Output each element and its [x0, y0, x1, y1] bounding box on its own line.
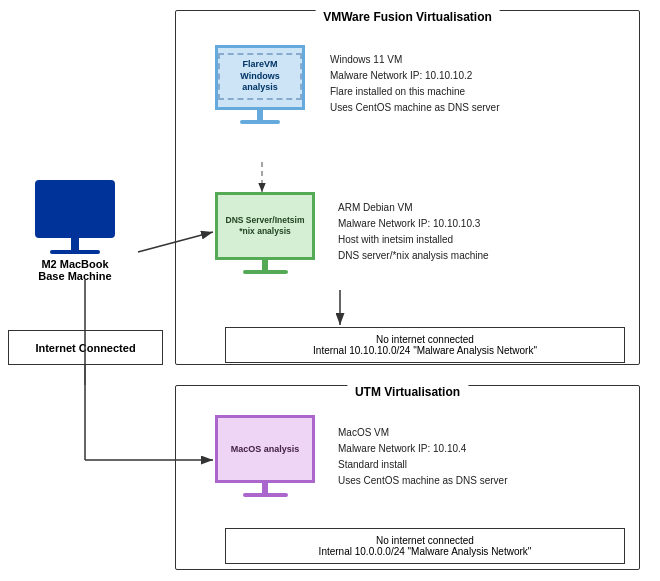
- macos-stand-assembly: [215, 483, 315, 497]
- macbook-container: M2 MacBookBase Machine: [15, 180, 135, 282]
- dns-screen-label: DNS Server/Inetsim *nix analysis: [226, 215, 305, 237]
- dns-info: ARM Debian VM Malware Network IP: 10.10.…: [338, 200, 489, 264]
- dns-base: [243, 270, 288, 274]
- dns-info-line1: ARM Debian VM: [338, 200, 489, 216]
- dns-stand: [262, 260, 268, 270]
- macos-vm-container: MacOS analysis: [215, 415, 315, 497]
- flare-dashed-border: FlareVM Windows analysis: [218, 53, 302, 100]
- macbook-monitor: [35, 180, 115, 254]
- macbook-label: M2 MacBookBase Machine: [38, 258, 111, 282]
- internet-connected-label: Internet Connected: [35, 342, 135, 354]
- macos-screen: MacOS analysis: [215, 415, 315, 483]
- vmware-network-line1: No internet connected: [313, 334, 537, 345]
- dns-info-line3: Host with inetsim installed: [338, 232, 489, 248]
- dns-info-line2: Malware Network IP: 10.10.10.3: [338, 216, 489, 232]
- flare-info-line4: Uses CentOS machine as DNS server: [330, 100, 500, 116]
- macbook-base: [50, 250, 100, 254]
- macos-info: MacOS VM Malware Network IP: 10.10.4 Sta…: [338, 425, 508, 489]
- macos-info-line1: MacOS VM: [338, 425, 508, 441]
- macos-info-line3: Standard install: [338, 457, 508, 473]
- vmware-label: VMWare Fusion Virtualisation: [315, 10, 500, 24]
- flare-screen: FlareVM Windows analysis: [215, 45, 305, 110]
- flare-info-line3: Flare installed on this machine: [330, 84, 500, 100]
- macbook-stand: [71, 238, 79, 250]
- utm-network-box: No internet connected Internal 10.0.0.0/…: [225, 528, 625, 564]
- macbook-screen: [35, 180, 115, 238]
- vmware-network-text: No internet connected Internal 10.10.10.…: [313, 334, 537, 356]
- dns-stand-assembly: [215, 260, 315, 274]
- flare-info-line1: Windows 11 VM: [330, 52, 500, 68]
- diagram: VMWare Fusion Virtualisation UTM Virtual…: [0, 0, 660, 581]
- macos-base: [243, 493, 288, 497]
- internet-connected-box: Internet Connected: [8, 330, 163, 365]
- macos-screen-label: MacOS analysis: [231, 444, 300, 454]
- flare-base: [240, 120, 280, 124]
- utm-network-line2: Internal 10.0.0.0/24 "Malware Analysis N…: [319, 546, 532, 557]
- flare-info-line2: Malware Network IP: 10.10.10.2: [330, 68, 500, 84]
- dns-screen: DNS Server/Inetsim *nix analysis: [215, 192, 315, 260]
- flare-info: Windows 11 VM Malware Network IP: 10.10.…: [330, 52, 500, 116]
- vmware-network-box: No internet connected Internal 10.10.10.…: [225, 327, 625, 363]
- macos-info-line4: Uses CentOS machine as DNS server: [338, 473, 508, 489]
- utm-network-text: No internet connected Internal 10.0.0.0/…: [319, 535, 532, 557]
- flare-vm-container: FlareVM Windows analysis: [215, 45, 305, 124]
- macos-stand: [262, 483, 268, 493]
- utm-network-line1: No internet connected: [319, 535, 532, 546]
- utm-label: UTM Virtualisation: [347, 385, 468, 399]
- dns-info-line4: DNS server/*nix analysis machine: [338, 248, 489, 264]
- flare-stand: [257, 110, 263, 120]
- flare-screen-label: FlareVM Windows analysis: [228, 59, 292, 94]
- dns-vm-container: DNS Server/Inetsim *nix analysis: [215, 192, 315, 274]
- flare-stand-assembly: [215, 110, 305, 124]
- macos-info-line2: Malware Network IP: 10.10.4: [338, 441, 508, 457]
- vmware-network-line2: Internal 10.10.10.0/24 "Malware Analysis…: [313, 345, 537, 356]
